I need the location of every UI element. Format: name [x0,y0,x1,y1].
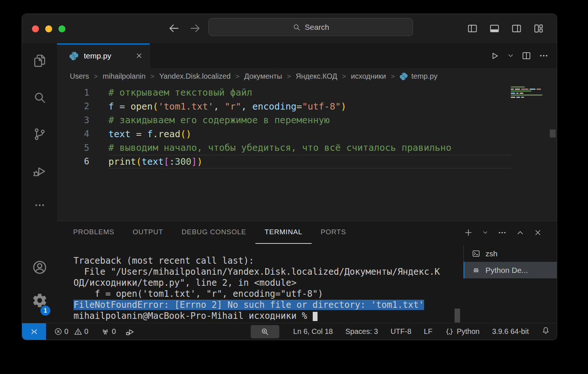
navigate-forward-icon[interactable] [189,22,201,35]
ports-status[interactable]: 0 [101,327,116,336]
bug-icon [472,266,480,274]
warnings-icon [74,327,82,336]
code-line[interactable]: 4text = f.read() [57,127,557,141]
file-encoding[interactable]: UTF-8 [391,327,412,336]
radio-tower-icon [101,327,110,336]
zoom-indicator[interactable] [251,325,279,338]
breadcrumb-item[interactable]: исходники [351,72,386,81]
terminal-line: FileNotFoundError: [Errno 2] No such fil… [74,299,440,310]
run-python-file-icon[interactable] [490,51,500,61]
terminal-line: mihailpolanin@MacBook-Pro-Mihail исходни… [74,310,440,321]
search-view-icon[interactable] [32,90,47,105]
run-and-debug-icon[interactable] [32,164,47,178]
maximize-panel-icon[interactable] [516,228,524,237]
bell-icon [541,326,550,335]
split-editor-icon[interactable] [521,51,531,61]
editor-more-actions-icon[interactable] [539,51,549,61]
maximize-window-button[interactable] [58,25,65,32]
python-icon [399,72,408,81]
minimap[interactable] [511,86,548,99]
code-line[interactable]: 3# закидываем его содержимое в переменну… [57,113,557,127]
remote-icon [29,327,39,336]
navigate-back-icon[interactable] [168,22,180,35]
ports-count: 0 [112,327,116,336]
terminal-list-label: zsh [485,249,498,258]
toggle-secondary-sidebar-icon[interactable] [511,23,522,34]
code-text: # выводим начало, чтобы убедиться, что в… [108,142,451,153]
toggle-panel-icon[interactable] [489,23,500,34]
more-views-icon[interactable] [34,199,46,211]
breadcrumb-separator-icon: > [287,72,291,81]
problems-status[interactable]: 0 0 [54,327,92,336]
breadcrumb: Users>mihailpolanin>Yandex.Disk.localize… [57,68,557,85]
account-icon[interactable] [32,259,48,275]
breadcrumb-item[interactable]: mihailpolanin [103,72,146,81]
line-number: 2 [57,101,89,111]
terminal-dropdown-icon[interactable] [482,229,488,236]
breadcrumb-file-label: temp.py [411,72,437,81]
breadcrumb-item[interactable]: Users [70,72,89,81]
indentation[interactable]: Spaces: 3 [345,327,378,336]
python-file-icon [69,51,79,61]
breadcrumb-item[interactable]: Документы [244,72,282,81]
code-line[interactable]: 1# открываем текстовый файл [57,86,557,100]
terminal-line: ОД/исходники/temp.py", line 2, in <modul… [74,277,440,288]
eol-sequence[interactable]: LF [424,327,432,336]
code-line[interactable]: 6print(text[:300]) [57,155,557,169]
tab-close-icon[interactable] [135,52,143,60]
cursor-position[interactable]: Ln 6, Col 18 [293,327,333,336]
breadcrumb-separator-icon: > [342,72,346,81]
breadcrumb-separator-icon: > [391,72,395,81]
breadcrumb-item[interactable]: Яндекс.КОД [296,72,337,81]
terminal-list: zshPython De... [463,245,557,278]
remote-indicator[interactable] [22,323,46,340]
panel-header: PROBLEMSOUTPUTDEBUG CONSOLETERMINALPORTS [57,221,557,244]
explorer-icon[interactable] [32,53,47,68]
line-number: 4 [57,129,89,139]
line-number: 6 [57,156,89,167]
customize-layout-icon[interactable] [533,23,544,34]
language-mode[interactable]: Python [445,327,480,336]
code-area: 1# открываем текстовый файл2f = open('to… [57,86,557,168]
run-dropdown-icon[interactable] [507,52,514,59]
panel-tab-terminal[interactable]: TERMINAL [255,221,311,244]
source-control-icon[interactable] [32,127,47,142]
terminal-list-item[interactable]: Python De... [464,262,557,278]
errors-icon [54,327,62,336]
code-text: print(text[:300]) [108,156,202,167]
editor-scrollbar[interactable] [550,129,556,138]
terminal-output[interactable]: Traceback (most recent call last): File … [74,255,440,321]
panel-tab-debug-console[interactable]: DEBUG CONSOLE [172,221,255,244]
terminal-list-item[interactable]: zsh [464,245,557,262]
terminal-scrollbar[interactable] [455,309,460,323]
close-window-button[interactable] [32,25,39,32]
toggle-primary-sidebar-icon[interactable] [467,23,478,34]
python-interpreter[interactable]: 3.9.6 64-bit [492,327,529,336]
panel-tab-problems[interactable]: PROBLEMS [73,221,123,244]
close-panel-icon[interactable] [534,228,542,237]
code-text: # закидываем его содержимое в переменную [108,115,330,125]
terminal-cursor [313,312,318,321]
panel-tabs: PROBLEMSOUTPUTDEBUG CONSOLETERMINALPORTS [57,221,355,244]
editor[interactable]: 1# открываем текстовый файл2f = open('to… [57,85,557,221]
code-line[interactable]: 5# выводим начало, чтобы убедиться, что … [57,141,557,155]
panel-tab-ports[interactable]: PORTS [312,221,355,244]
notifications-bell[interactable] [541,326,550,337]
errors-count: 0 [64,327,68,336]
command-center-search[interactable]: Search [208,18,413,36]
panel-tab-output[interactable]: OUTPUT [123,221,172,244]
zoom-in-icon [260,327,269,336]
code-line[interactable]: 2f = open('tom1.txt', "r", encoding="utf… [57,100,557,114]
tab-bar: temp.py [57,43,557,68]
vscode-window: Search 1 temp.py User [22,14,557,340]
line-number: 5 [57,143,89,153]
breadcrumb-separator-icon: > [150,72,154,81]
panel-more-actions-icon[interactable] [498,228,507,237]
titlebar: Search [22,14,557,44]
debug-status-icon[interactable] [125,327,135,336]
new-terminal-icon[interactable] [464,228,473,237]
tab-temp-py[interactable]: temp.py [57,43,150,68]
breadcrumb-item[interactable]: Yandex.Disk.localized [159,72,230,81]
breadcrumb-item-file[interactable]: temp.py [399,72,437,81]
minimize-window-button[interactable] [45,25,52,32]
